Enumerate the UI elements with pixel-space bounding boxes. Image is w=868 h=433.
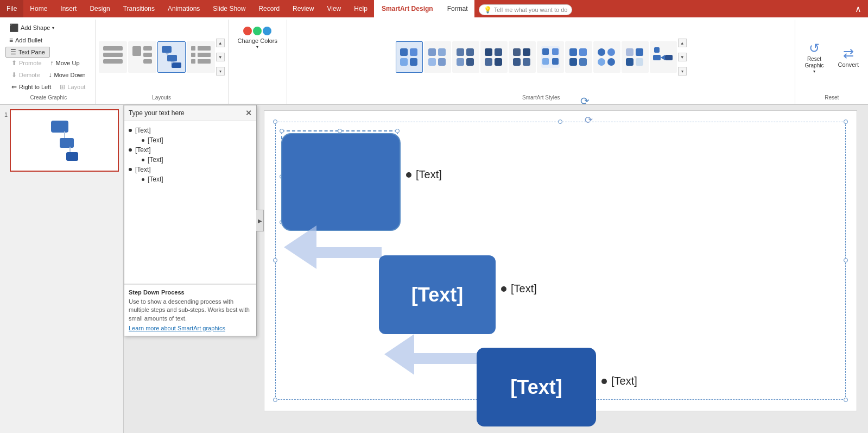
add-bullet-button[interactable]: ≡ Add Bullet bbox=[5, 35, 46, 46]
svg-rect-33 bbox=[495, 58, 502, 66]
rotate-handle[interactable]: ⟳ bbox=[580, 95, 590, 108]
svg-rect-23 bbox=[438, 48, 446, 56]
layout-item-2[interactable] bbox=[128, 41, 156, 73]
styles-scroll-more[interactable]: ▾ bbox=[678, 67, 687, 76]
handle-tr[interactable] bbox=[844, 120, 848, 124]
text-pane: Type your text here ✕ [Text] [Text] [Tex… bbox=[124, 105, 257, 336]
tab-record[interactable]: Record bbox=[252, 0, 286, 17]
tab-help[interactable]: Help bbox=[347, 0, 374, 17]
svg-rect-20 bbox=[400, 58, 408, 66]
row-add-bullet: ≡ Add Bullet bbox=[5, 35, 92, 46]
handle-bl[interactable] bbox=[273, 398, 277, 402]
svg-rect-49 bbox=[598, 58, 605, 66]
tab-view[interactable]: View bbox=[320, 0, 347, 17]
svg-rect-16 bbox=[198, 53, 211, 57]
create-graphic-label: Create Graphic bbox=[30, 92, 67, 102]
row-rtl-layout: ⇐ Right to Left ⊞ Layout bbox=[8, 81, 94, 92]
layouts-scroll-up[interactable]: ▲ bbox=[216, 39, 225, 47]
style-4[interactable] bbox=[480, 41, 508, 73]
layouts-scroll-down[interactable]: ▼ bbox=[216, 53, 225, 61]
svg-rect-0 bbox=[103, 46, 123, 51]
tell-me-text: Tell me what you want to do bbox=[494, 7, 568, 13]
desc-title: Step Down Process bbox=[129, 289, 252, 296]
demote-button[interactable]: ⬇ Demote bbox=[8, 70, 44, 80]
label2-text: [Text] bbox=[511, 283, 537, 295]
reset-graphic-dropdown[interactable]: ▾ bbox=[813, 69, 815, 74]
smartart-box-3[interactable]: [Text] bbox=[477, 348, 596, 426]
text-pane-close-button[interactable]: ✕ bbox=[245, 109, 252, 117]
tab-home[interactable]: Home bbox=[23, 0, 54, 17]
slide-canvas[interactable]: ⟳ bbox=[264, 110, 857, 411]
smartart-box-2[interactable]: [Text] bbox=[379, 255, 496, 334]
style-6[interactable] bbox=[537, 41, 564, 73]
learn-more-link[interactable]: Learn more about SmartArt graphics bbox=[129, 325, 252, 331]
style-8[interactable] bbox=[593, 41, 620, 73]
layout-item-3[interactable] bbox=[157, 41, 186, 73]
move-up-button[interactable]: ↑ Move Up bbox=[47, 58, 84, 68]
layouts-scroll-more[interactable]: ▾ bbox=[216, 67, 225, 76]
text-item-1: [Text] bbox=[129, 125, 252, 135]
style-1[interactable] bbox=[396, 41, 423, 73]
text-pane-button[interactable]: ☰ Text Pane bbox=[5, 47, 50, 58]
label2-bullet bbox=[501, 286, 506, 292]
layout-button[interactable]: ⊞ Layout bbox=[56, 81, 89, 92]
svg-rect-58 bbox=[665, 55, 673, 60]
change-colors-dropdown-icon[interactable]: ▾ bbox=[256, 45, 258, 49]
tab-animations[interactable]: Animations bbox=[161, 0, 206, 17]
style-7[interactable] bbox=[565, 41, 592, 73]
add-shape-dropdown-icon[interactable]: ▾ bbox=[52, 26, 54, 30]
smartart-container[interactable]: [Text] [Text] [Text] bbox=[275, 122, 846, 400]
style-10[interactable] bbox=[650, 41, 677, 73]
tab-slideshow[interactable]: Slide Show bbox=[206, 0, 252, 17]
layout-item-1[interactable] bbox=[99, 41, 127, 73]
ribbon-minimize-btn[interactable]: ∧ bbox=[853, 3, 868, 15]
handle-tc[interactable] bbox=[558, 120, 562, 124]
tab-review[interactable]: Review bbox=[286, 0, 320, 17]
box1-handle-tr[interactable] bbox=[395, 129, 400, 133]
style-5[interactable] bbox=[509, 41, 536, 73]
tab-format[interactable]: Format bbox=[441, 0, 474, 17]
svg-rect-31 bbox=[495, 48, 502, 56]
promote-button[interactable]: ⬆ Promote bbox=[8, 58, 46, 68]
text-item-2-sub: [Text] bbox=[129, 155, 252, 165]
style-9[interactable] bbox=[622, 41, 649, 73]
box1-handle-tl[interactable] bbox=[280, 129, 284, 133]
svg-rect-39 bbox=[542, 48, 549, 55]
handle-mr[interactable] bbox=[844, 258, 848, 262]
move-down-button[interactable]: ↓ Move Down bbox=[45, 70, 90, 80]
tab-insert[interactable]: Insert bbox=[54, 0, 83, 17]
tab-smartart-design[interactable]: SmartArt Design bbox=[374, 0, 441, 17]
text-item-1-sub-text: [Text] bbox=[148, 136, 163, 144]
tab-design[interactable]: Design bbox=[83, 0, 116, 17]
lightbulb-icon: 💡 bbox=[484, 6, 492, 14]
slide-1-thumbnail[interactable] bbox=[10, 109, 119, 172]
svg-rect-51 bbox=[626, 48, 633, 56]
change-colors-button[interactable]: Change Colors ▾ bbox=[233, 24, 282, 52]
style-2[interactable] bbox=[424, 41, 451, 73]
add-bullet-icon: ≡ bbox=[9, 36, 13, 44]
tab-file[interactable]: File bbox=[0, 0, 23, 17]
text-pane-body[interactable]: [Text] [Text] [Text] [Text] bbox=[124, 121, 256, 284]
tab-transitions[interactable]: Transitions bbox=[117, 0, 161, 17]
convert-button[interactable]: ⇄ Convert bbox=[832, 43, 865, 71]
add-shape-button[interactable]: ⬛ Add Shape ▾ bbox=[5, 22, 58, 34]
layout-item-4[interactable] bbox=[187, 41, 215, 73]
styles-scroll-up[interactable]: ▲ bbox=[678, 39, 687, 47]
label1-text: [Text] bbox=[416, 168, 442, 181]
smartart-box-1[interactable] bbox=[281, 133, 401, 231]
right-to-left-button[interactable]: ⇐ Right to Left bbox=[8, 81, 55, 92]
style-3[interactable] bbox=[452, 41, 479, 73]
text-pane-collapse-button[interactable]: ▶ bbox=[256, 210, 264, 231]
box1-handle-tc[interactable] bbox=[338, 129, 342, 133]
smartart-rotate-icon[interactable]: ⟳ bbox=[585, 114, 593, 126]
reset-graphic-button[interactable]: ↺ ResetGraphic ▾ bbox=[799, 38, 829, 77]
handle-tl[interactable] bbox=[273, 120, 277, 124]
tell-me-bar[interactable]: 💡 Tell me what you want to do bbox=[479, 4, 573, 15]
styles-scroll-down[interactable]: ▼ bbox=[678, 53, 687, 61]
bullet-1-sub bbox=[142, 139, 144, 142]
bullet-2-sub bbox=[142, 159, 144, 161]
row-text-pane: ☰ Text Pane bbox=[5, 47, 92, 58]
handle-br[interactable] bbox=[844, 398, 848, 402]
handle-ml[interactable] bbox=[273, 258, 277, 262]
layouts-group: ▲ ▼ ▾ Layouts bbox=[96, 20, 229, 104]
